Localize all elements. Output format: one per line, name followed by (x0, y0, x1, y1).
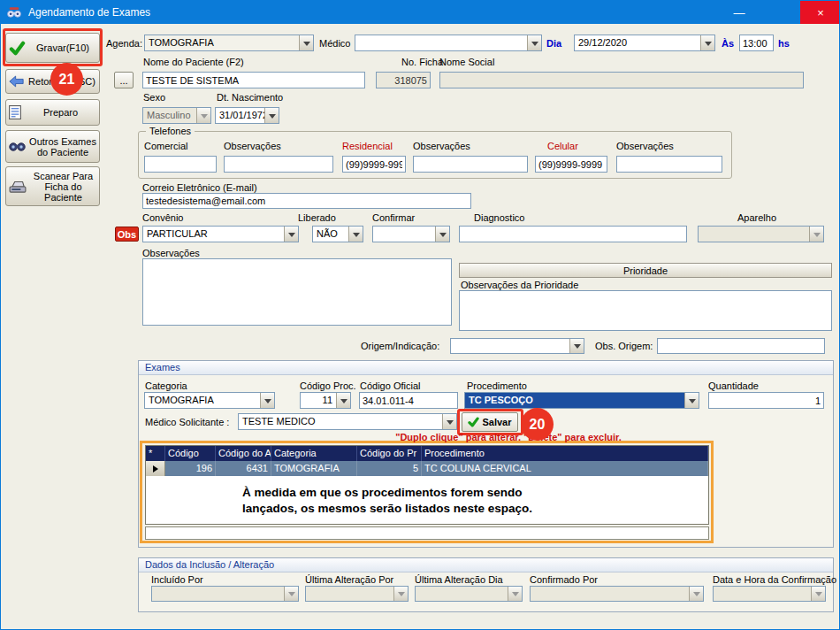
sexo-value: Masculino (143, 108, 196, 123)
prioridade-obs-textarea[interactable] (459, 290, 832, 331)
scanear-button[interactable]: Scanear Para Ficha do Paciente (5, 166, 100, 206)
dia-value: 29/12/2020 (575, 35, 700, 50)
buscar-paciente-button[interactable]: ... (114, 72, 134, 88)
dados-panel-title: Dados da Inclusão / Alteração (139, 558, 833, 572)
green-check-icon (468, 417, 479, 427)
chevron-down-icon (689, 587, 703, 601)
ultima-alteracao-por-select (305, 586, 409, 602)
grid-col-codigo-agendamento[interactable]: Código do A (216, 446, 271, 461)
chevron-down-icon (284, 587, 298, 601)
cell-procedimento: TC COLUNA CERVICAL (422, 461, 708, 476)
celular-input[interactable] (535, 156, 607, 173)
grid-col-codigo[interactable]: Código (165, 446, 216, 461)
nascimento-select[interactable]: 31/01/1972 (215, 107, 279, 124)
confirmar-select[interactable] (372, 226, 450, 242)
liberado-value: NÃO (313, 227, 348, 242)
confirmar-label: Confirmar (372, 212, 415, 224)
nome-social-label: Nome Social (439, 57, 494, 68)
scanner-icon (9, 180, 27, 194)
outros-exames-label: Outros Exames do Paciente (29, 136, 96, 158)
comercial-input[interactable] (144, 156, 217, 173)
codigo-proc-select[interactable]: 11 (300, 392, 351, 409)
outros-exames-button[interactable]: Outros Exames do Paciente (5, 130, 100, 163)
observacoes-textarea[interactable] (142, 258, 452, 326)
origem-value (451, 345, 569, 347)
residencial-input[interactable] (342, 156, 406, 173)
incluido-por-value (152, 593, 284, 595)
dia-select[interactable]: 29/12/2020 (574, 35, 715, 51)
nome-paciente-input[interactable] (142, 72, 365, 88)
chevron-down-icon[interactable] (299, 35, 313, 50)
chevron-down-icon[interactable] (442, 414, 456, 429)
close-button[interactable]: × (800, 1, 840, 24)
chevron-down-icon[interactable] (684, 393, 699, 408)
aparelho-label: Aparelho (737, 212, 776, 224)
observacoes1-input[interactable] (224, 156, 333, 173)
observacoes2-label: Observações (413, 141, 470, 152)
gravar-button[interactable]: Gravar(F10) (5, 33, 100, 63)
grid-col-codigo-procedimento[interactable]: Código do Pr (357, 446, 422, 461)
prioridade-header[interactable]: Prioridade (459, 263, 832, 278)
chevron-down-icon[interactable] (264, 108, 279, 123)
grid-row-selected[interactable]: 196 6431 TOMOGRAFIA 5 TC COLUNA CERVICAL (146, 461, 708, 476)
chevron-down-icon[interactable] (260, 393, 274, 408)
procedimento-select[interactable]: TC PESCOÇO (464, 392, 699, 409)
chevron-down-icon[interactable] (700, 35, 714, 50)
salvar-button[interactable]: Salvar (462, 412, 518, 432)
gravar-label: Gravar(F10) (29, 42, 96, 53)
aparelho-select (698, 226, 824, 242)
minimize-button[interactable]: — (719, 1, 760, 24)
chevron-down-icon[interactable] (435, 227, 449, 242)
observacoes2-input[interactable] (413, 156, 528, 173)
chevron-down-icon[interactable] (196, 108, 210, 123)
email-input[interactable] (142, 193, 471, 209)
confirmar-value (373, 234, 435, 235)
grid-header-row: * Código Código do A Categoria Código do… (146, 446, 708, 461)
clipboard-icon (9, 105, 21, 119)
convenio-label: Convênio (142, 212, 183, 224)
grid-col-procedimento[interactable]: Procedimento (422, 446, 708, 461)
chevron-down-icon[interactable] (284, 227, 298, 242)
sexo-label: Sexo (143, 92, 165, 104)
grid-empty-area: À medida em que os procedimentos forem s… (146, 476, 708, 526)
codigo-oficial-input[interactable] (359, 392, 458, 409)
quantidade-input[interactable] (708, 392, 824, 409)
chevron-down-icon[interactable] (348, 227, 363, 242)
medico-solicitante-select[interactable]: TESTE MEDICO (238, 413, 457, 430)
as-label: Às (722, 38, 734, 50)
agenda-select[interactable]: TOMOGRAFIA (144, 35, 314, 51)
obs-origem-label: Obs. Origem: (595, 341, 653, 352)
step-badge-20: 20 (521, 408, 554, 441)
binoculars-icon (9, 141, 26, 152)
grid-annotation: À medida em que os procedimentos forem s… (242, 485, 532, 517)
ultima-alteracao-dia-label: Última Alteração Dia (415, 574, 503, 586)
diagnostico-input[interactable] (459, 226, 687, 242)
medico-select[interactable] (355, 35, 542, 51)
obs-button[interactable]: Obs (115, 227, 139, 242)
origem-select[interactable] (450, 338, 584, 354)
observacoes3-input[interactable] (616, 156, 722, 173)
codigo-oficial-label: Código Oficial (360, 380, 420, 392)
ficha-label: No. Ficha (401, 57, 443, 68)
chevron-down-icon (809, 227, 823, 242)
categoria-select[interactable]: TOMOGRAFIA (144, 392, 275, 409)
chevron-down-icon[interactable] (527, 35, 541, 50)
blue-arrow-left-icon (9, 75, 24, 88)
preparo-button[interactable]: Preparo (5, 99, 100, 126)
medico-solicitante-value: TESTE MEDICO (239, 414, 442, 429)
hora-input[interactable] (739, 35, 774, 51)
grid-col-categoria[interactable]: Categoria (271, 446, 357, 461)
incluido-por-label: Incluído Por (151, 574, 203, 586)
residencial-label: Residencial (342, 141, 393, 152)
obs-origem-input[interactable] (657, 338, 825, 354)
convenio-select[interactable]: PARTICULAR (142, 226, 299, 242)
exames-grid[interactable]: * Código Código do A Categoria Código do… (145, 445, 709, 525)
chevron-down-icon[interactable] (569, 339, 584, 353)
celular-label: Celular (547, 141, 578, 152)
procedimento-value: TC PESCOÇO (465, 393, 684, 408)
liberado-select[interactable]: NÃO (312, 226, 363, 242)
codigo-proc-label: Código Proc. (300, 380, 356, 392)
sexo-select[interactable]: Masculino (142, 107, 211, 124)
chevron-down-icon[interactable] (336, 393, 350, 408)
duplo-clique-hint: "Duplo clique" para alterar. "Delete" pa… (344, 432, 673, 442)
